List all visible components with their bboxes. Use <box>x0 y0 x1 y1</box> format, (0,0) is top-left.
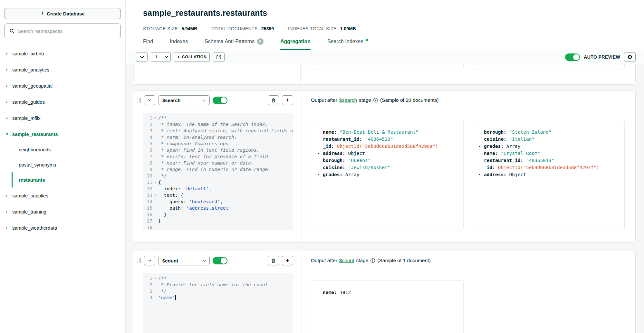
expand-caret-icon[interactable]: ▸ <box>479 143 484 150</box>
stage-code-editor[interactable]: 1▾/**2 * index: The name of the Search i… <box>143 113 293 230</box>
collection-stat: TOTAL DOCUMENTS:25359 <box>211 26 274 31</box>
code-line: 4 * term: Un-analyzed search. <box>143 134 293 140</box>
namespace-search-input[interactable] <box>18 28 116 34</box>
tab-label: Schema Anti-Patterns <box>205 39 255 44</box>
add-stage-menu-button[interactable] <box>162 52 171 62</box>
auto-preview-toggle[interactable] <box>565 53 580 61</box>
fold-arrow-icon[interactable]: ▾ <box>152 192 158 198</box>
stage-operator-select[interactable]: $count <box>158 256 210 265</box>
code-text: { <box>158 179 293 186</box>
field-value: ObjectId("5eb3d668b31de5d588f4296e") <box>337 143 438 150</box>
stage-add-after-button[interactable]: + <box>282 256 293 265</box>
sidebar-item-postal_synonyms[interactable]: postal_synonyms <box>12 157 125 172</box>
stage-collapse-button[interactable] <box>144 95 155 105</box>
sidebar-item-neighborhoods[interactable]: neighborhoods <box>12 142 125 157</box>
stage-header: $count + <box>138 256 293 265</box>
output-stage-link[interactable]: $count <box>339 258 354 263</box>
tab-label: Aggregation <box>280 39 311 44</box>
sidebar-item-sample_weatherdata[interactable]: ▸sample_weatherdata <box>0 220 125 236</box>
code-text: } <box>158 218 293 224</box>
stage-delete-button[interactable] <box>268 256 279 265</box>
field-value: "Jewish/Kosher" <box>348 164 390 171</box>
output-sample-count: (Sample of 20 documents) <box>380 97 439 103</box>
fold-arrow-icon[interactable]: ▾ <box>152 275 158 281</box>
collection-label: neighborhoods <box>19 147 51 152</box>
line-number: 1 <box>143 275 152 281</box>
drag-handle-icon[interactable] <box>138 98 141 103</box>
stage-collapse-button[interactable] <box>144 256 155 265</box>
code-line: 6 * span: Find in text field regions. <box>143 147 293 153</box>
tab-schema-anti-patterns[interactable]: Schema Anti-Patterns0 <box>205 38 264 50</box>
tab-search-indexes[interactable]: Search Indexes <box>327 38 368 50</box>
fold-arrow-icon[interactable]: ▾ <box>152 115 158 121</box>
line-number: 1 <box>143 115 152 121</box>
new-feature-dot-icon <box>366 39 368 41</box>
collation-toggle-button[interactable]: COLLATION <box>174 52 210 62</box>
fold-gutter <box>152 198 158 205</box>
stage-row-partial <box>132 64 636 85</box>
export-pipeline-button[interactable] <box>213 52 225 62</box>
field-key: _id: <box>323 143 334 150</box>
expand-caret-icon[interactable]: ▸ <box>479 171 484 178</box>
trash-icon <box>271 258 276 263</box>
sidebar: + Create Database ▸sample_airbnb▸sample_… <box>0 0 126 333</box>
chevron-right-icon: ▸ <box>5 52 9 56</box>
plus-icon: + <box>41 10 44 16</box>
collapse-all-stages-button[interactable] <box>136 52 148 62</box>
partial-editor-pane <box>132 64 302 84</box>
output-stage-link[interactable]: $search <box>339 97 357 103</box>
main-panel: sample_restaurants.restaurants STORAGE S… <box>126 0 644 333</box>
fold-gutter <box>152 173 158 179</box>
namespace-search[interactable] <box>5 24 121 38</box>
drag-handle-icon[interactable] <box>138 258 141 263</box>
field-separator <box>498 150 501 157</box>
field-separator <box>345 164 348 171</box>
stage-enabled-toggle[interactable] <box>213 97 227 104</box>
stage-output-pane: Output after $search stage (Sample of 20… <box>302 91 635 242</box>
pipeline-settings-button[interactable]: ⚙ <box>624 52 636 62</box>
chevron-down-icon <box>203 259 206 262</box>
expand-caret-icon[interactable]: ▸ <box>318 171 323 178</box>
stage-operator-label: $count <box>162 258 178 263</box>
field-separator <box>334 143 337 150</box>
expand-caret-icon[interactable]: ▸ <box>318 150 323 157</box>
stage-code-editor[interactable]: 1▾/**2 * Provide the field name for the … <box>143 273 293 333</box>
add-stage-button[interactable]: + <box>151 52 162 62</box>
tab-aggregation[interactable]: Aggregation <box>280 38 311 50</box>
fold-gutter <box>152 205 158 211</box>
field-separator <box>506 136 509 143</box>
sidebar-item-sample_airbnb[interactable]: ▸sample_airbnb <box>0 45 125 62</box>
code-text: query: 'boulevard', <box>158 198 293 205</box>
document-field: borough: "Staten Island" <box>479 128 618 136</box>
fold-arrow-icon[interactable]: ▾ <box>152 179 158 186</box>
code-token-comment: */ <box>158 289 167 294</box>
line-number: 3 <box>143 288 152 294</box>
sidebar-item-sample_restaurants[interactable]: ▾sample_restaurants <box>0 126 125 142</box>
fold-gutter <box>152 147 158 153</box>
stage-operator-select[interactable]: $search <box>158 95 210 105</box>
stage-row-search: $search + 1▾/**2 * inde <box>132 90 636 243</box>
sidebar-item-sample_supplies[interactable]: ▸sample_supplies <box>0 187 125 204</box>
sidebar-item-sample_analytics[interactable]: ▸sample_analytics <box>0 62 125 78</box>
code-line: 18 <box>143 224 293 230</box>
code-token-string: 'default' <box>184 186 209 191</box>
sidebar-item-sample_guides[interactable]: ▸sample_guides <box>0 94 125 110</box>
info-icon[interactable] <box>370 258 375 263</box>
sidebar-item-sample_training[interactable]: ▸sample_training <box>0 204 125 220</box>
create-database-button[interactable]: + Create Database <box>5 8 121 19</box>
sidebar-item-sample_geospatial[interactable]: ▸sample_geospatial <box>0 78 125 94</box>
fold-gutter <box>152 140 158 147</box>
code-token-comment: * term: Un-analyzed search. <box>158 135 237 140</box>
pipeline-toolbar: + COLLATION AUTO PREVIEW ⚙ <box>126 50 644 64</box>
code-token-plain: { <box>158 180 161 185</box>
stat-label: TOTAL DOCUMENTS: <box>211 26 259 31</box>
tab-indexes[interactable]: Indexes <box>170 38 188 50</box>
info-icon[interactable] <box>373 98 378 103</box>
tab-find[interactable]: Find <box>143 38 153 50</box>
stage-delete-button[interactable] <box>268 95 279 105</box>
code-line: 11▾{ <box>143 179 293 186</box>
stage-add-after-button[interactable]: + <box>282 95 293 105</box>
sidebar-item-sample_mflix[interactable]: ▸sample_mflix <box>0 110 125 126</box>
stage-enabled-toggle[interactable] <box>213 257 227 264</box>
sidebar-item-restaurants[interactable]: restaurants <box>12 172 125 187</box>
